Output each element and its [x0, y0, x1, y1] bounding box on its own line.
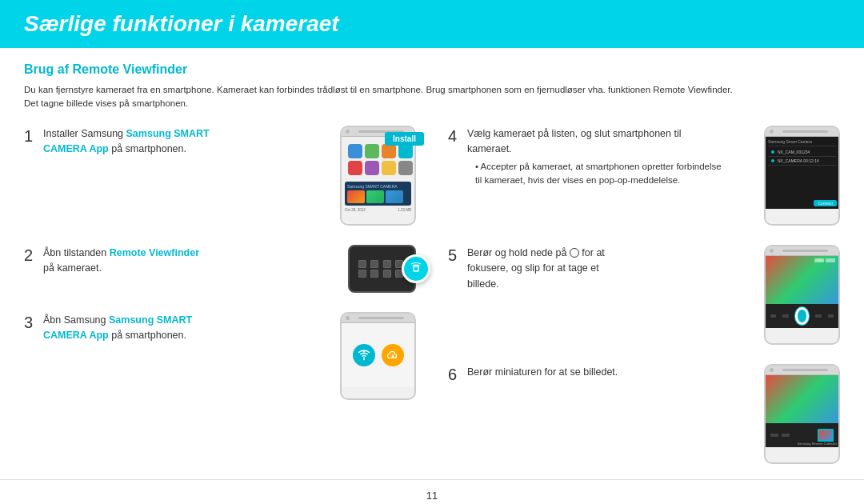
phone1-size: 1.23 MB — [398, 208, 411, 212]
step-1-text: Installer Samsung Samsung SMARTCAMERA Ap… — [43, 126, 302, 158]
step-number-1: 1 — [24, 127, 38, 146]
gallery-photo — [766, 375, 838, 423]
phone6-speaker — [782, 369, 828, 371]
phone1-camera — [346, 130, 350, 134]
step4-image: Samsung Smart Camera NX_CAM_001234 NX_CA… — [736, 126, 840, 226]
preview-3 — [386, 190, 403, 203]
phone5-speaker — [782, 250, 828, 252]
photo-preview: 5.0 — [766, 256, 838, 304]
app-icon-5 — [348, 161, 362, 175]
step-6: 6 Berør miniaturen for at se billedet. — [448, 364, 840, 464]
step4-sub: Accepter på kameraet, at smartphonen opr… — [467, 160, 726, 188]
step-1: 1 Installer Samsung Samsung SMARTCAMERA … — [24, 126, 416, 226]
shutter-button[interactable] — [795, 307, 810, 325]
step-2: 2 Åbn tilstanden Remote Viewfinderpå kam… — [24, 245, 416, 293]
app-icon-4 — [398, 144, 413, 158]
gallery-thumbnail[interactable] — [818, 429, 834, 442]
g-ctrl-2 — [782, 434, 790, 437]
lens-3 — [383, 260, 391, 268]
phone4-body: Samsung Smart Camera NX_CAM_001234 NX_CA… — [764, 126, 840, 226]
phone6-camera — [770, 368, 774, 372]
step2-image — [312, 245, 416, 293]
left-column: 1 Installer Samsung Samsung SMARTCAMERA … — [24, 126, 432, 483]
lens-2 — [370, 260, 378, 268]
cloud-icon — [382, 344, 404, 366]
phone6-controls: Samsung Remote Cntfinder — [766, 423, 838, 447]
intro-text: Du kan fjernstyre kameraet fra en smartp… — [24, 83, 744, 111]
phone5-camera — [770, 249, 774, 253]
step-3: 3 Åbn Samsung Samsung SMARTCAMERA App på… — [24, 312, 416, 400]
step-number-2: 2 — [24, 246, 38, 265]
intro-line1: Du kan fjernstyre kameraet fra en smartp… — [24, 85, 733, 94]
smart-cam-previews — [347, 190, 409, 203]
step-number-4: 4 — [448, 127, 462, 146]
phone3-camera — [346, 316, 350, 320]
g-ctrl-1 — [770, 434, 778, 437]
page-number: 11 — [24, 490, 840, 502]
device-dot-1 — [771, 150, 774, 154]
device-row-1: NX_CAM_001234 — [768, 148, 836, 157]
ctrl-bar-4 — [828, 314, 834, 318]
phone5-controls — [766, 304, 838, 328]
app-icon-2 — [365, 144, 379, 158]
step2-highlight: Remote Viewfinder — [110, 247, 199, 258]
bt-icons — [353, 344, 404, 366]
phone1-date: Oct 28, 2012 — [345, 208, 366, 212]
step-5-text: Berør og hold nede på for atfokusere, og… — [467, 245, 726, 292]
device-name-1: NX_CAM_001234 — [778, 150, 810, 154]
thumb-preview — [819, 430, 832, 440]
samsung-logo: Samsung Remote Cntfinder — [798, 442, 837, 446]
connect-button[interactable]: Connect — [814, 200, 837, 206]
header-bar: Særlige funktioner i kameraet — [0, 0, 864, 48]
phone6-screen: Samsung Remote Cntfinder — [766, 375, 838, 447]
ctrl-bar-1 — [770, 314, 776, 318]
page-title: Særlige funktioner i kameraet — [24, 11, 840, 37]
svg-rect-0 — [414, 266, 418, 271]
device-row-2: NX_CAMERA 00:12:14 — [768, 157, 836, 166]
two-column-layout: 1 Installer Samsung Samsung SMARTCAMERA … — [24, 126, 840, 483]
step1-highlight: Samsung SMARTCAMERA App — [43, 128, 210, 155]
ctrl-bar-3 — [815, 314, 821, 318]
app-grid — [345, 140, 411, 179]
step-4-text: Vælg kameraet på listen, og slut smartph… — [467, 126, 726, 188]
bluetooth-icon — [353, 344, 375, 366]
list-header: Samsung Smart Camera — [768, 139, 836, 146]
step-6-text: Berør miniaturen for at se billedet. — [467, 364, 726, 380]
main-content: Brug af Remote Viewfinder Du kan fjernst… — [0, 48, 864, 504]
phone6-body: Samsung Remote Cntfinder — [764, 364, 840, 464]
device-name-2: NX_CAMERA 00:12:14 — [778, 158, 819, 163]
shutter-circle-icon — [570, 248, 579, 258]
lens-1 — [358, 260, 366, 268]
smart-cam-app-banner: Samsung SMART CAMERA — [345, 182, 411, 206]
step3-highlight1: Samsung SMARTCAMERA App — [43, 314, 192, 342]
step5-image: 5.0 — [736, 245, 840, 345]
phone5-body: 5.0 — [764, 245, 840, 345]
phone1-bottom: Oct 28, 2012 1.23 MB — [345, 208, 411, 212]
remote-viewfinder-icon — [402, 254, 430, 283]
install-button[interactable]: Install — [385, 132, 424, 146]
step6-label: Berør miniaturen for at se billedet. — [467, 366, 618, 378]
phone5-screen: 5.0 — [766, 256, 838, 328]
step-2-text: Åbn tilstanden Remote Viewfinderpå kamer… — [43, 245, 302, 277]
step-number-6: 6 — [448, 366, 462, 384]
device-dot-2 — [771, 159, 774, 162]
camera-lens-grid — [358, 260, 406, 278]
device-list: Samsung Smart Camera NX_CAM_001234 NX_CA… — [766, 137, 838, 168]
phone1-wrap: Samsung SMART CAMERA Oct 28, 2012 — [340, 126, 416, 226]
preview-1 — [347, 190, 365, 203]
phone4-topbar — [766, 127, 838, 137]
bottom-divider — [0, 479, 864, 480]
wifi-remote-icon — [409, 262, 423, 276]
phone3-speaker — [358, 317, 404, 319]
app-icon-8 — [398, 161, 413, 175]
phone5-topbar — [766, 246, 838, 256]
phone3-screen — [342, 323, 414, 387]
step-3-text: Åbn Samsung Samsung SMARTCAMERA App på s… — [43, 312, 302, 344]
step-number-3: 3 — [24, 314, 38, 332]
camera-device-wrap — [348, 245, 416, 293]
ctrl-2 — [826, 258, 835, 262]
step-number-5: 5 — [448, 246, 462, 265]
cloud-svg — [387, 350, 398, 360]
phone4-camera — [770, 130, 774, 134]
intro-line2: Det tagne billede vises på smartphonen. — [24, 98, 188, 108]
